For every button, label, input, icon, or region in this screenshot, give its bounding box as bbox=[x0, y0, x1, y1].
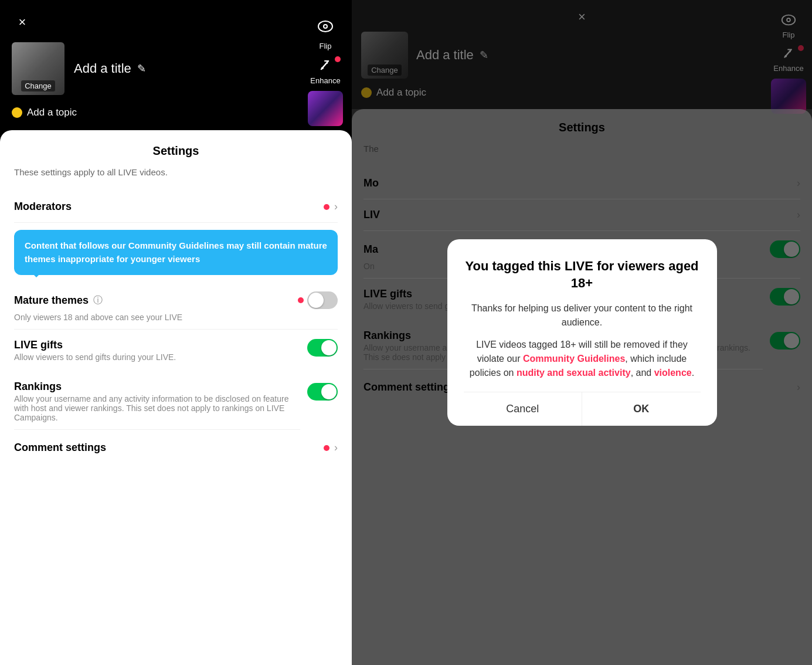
left-side-toolbar: Flip Enhance bbox=[299, 0, 352, 126]
comment-settings-label: Comment settings bbox=[14, 442, 106, 454]
mature-label-group: Mature themes ⓘ bbox=[14, 294, 103, 307]
live-gifts-text-group: LIVE gifts Allow viewers to send gifts d… bbox=[14, 339, 176, 369]
topic-dot-icon bbox=[12, 107, 22, 118]
title-edit-group: Add a title ✎ bbox=[74, 61, 146, 76]
flip-button[interactable]: Flip bbox=[317, 18, 334, 50]
right-panel: × Change Add a title ✎ Add a topic Flip bbox=[352, 0, 812, 665]
live-gifts-label: LIVE gifts bbox=[14, 339, 176, 351]
modal-cancel-button[interactable]: Cancel bbox=[464, 392, 582, 426]
svg-point-2 bbox=[324, 25, 327, 28]
toolbar-thumbnail[interactable] bbox=[308, 91, 343, 126]
mature-themes-toggle[interactable] bbox=[307, 291, 338, 309]
modal-para1: Thanks for helping us deliver your conte… bbox=[464, 301, 701, 330]
moderators-label: Moderators bbox=[14, 201, 72, 213]
modal-overlay: You tagged this LIVE for viewers aged 18… bbox=[352, 0, 812, 665]
rankings-row: Rankings Allow your username and any act… bbox=[14, 371, 338, 432]
left-thumbnail[interactable]: Change bbox=[12, 42, 64, 95]
mature-sub-description: Only viewers 18 and above can see your L… bbox=[14, 313, 338, 330]
live-title-text[interactable]: Add a title bbox=[74, 61, 131, 76]
comment-red-dot bbox=[324, 445, 329, 451]
age-warning-modal: You tagged this LIVE for viewers aged 18… bbox=[447, 239, 717, 425]
flip-icon bbox=[317, 18, 334, 39]
rankings-knob bbox=[321, 384, 337, 399]
modal-para2: LIVE videos tagged 18+ will still be rem… bbox=[464, 338, 701, 380]
settings-title: Settings bbox=[14, 144, 338, 158]
live-gifts-row: LIVE gifts Allow viewers to send gifts d… bbox=[14, 330, 338, 371]
comment-settings-right: › bbox=[324, 442, 338, 454]
rankings-toggle[interactable] bbox=[307, 383, 338, 401]
enhance-red-dot bbox=[335, 56, 341, 62]
edit-title-icon[interactable]: ✎ bbox=[137, 62, 146, 75]
live-gifts-knob bbox=[321, 340, 337, 355]
live-gifts-desc: Allow viewers to send gifts during your … bbox=[14, 352, 176, 369]
settings-panel: Settings These settings apply to all LIV… bbox=[0, 130, 352, 665]
flip-label: Flip bbox=[320, 42, 332, 50]
moderators-red-dot bbox=[324, 204, 329, 210]
modal-actions: Cancel OK bbox=[464, 392, 701, 426]
comment-chevron: › bbox=[334, 442, 338, 454]
modal-body: Thanks for helping us deliver your conte… bbox=[464, 301, 701, 380]
mature-info-icon[interactable]: ⓘ bbox=[93, 294, 103, 307]
toggle-knob bbox=[308, 293, 324, 308]
rankings-label: Rankings bbox=[14, 381, 300, 393]
svg-point-3 bbox=[321, 67, 324, 69]
moderators-chevron: › bbox=[334, 201, 338, 213]
enhance-button[interactable]: Enhance bbox=[310, 56, 340, 85]
modal-ok-button[interactable]: OK bbox=[582, 392, 701, 426]
mature-toggle-group bbox=[298, 291, 338, 309]
violence-link[interactable]: violence bbox=[654, 368, 692, 378]
left-close-button[interactable]: × bbox=[12, 12, 33, 33]
rankings-text-group: Rankings Allow your username and any act… bbox=[14, 381, 300, 430]
modal-para2-end: , and bbox=[631, 368, 654, 378]
enhance-icon bbox=[317, 56, 334, 74]
tooltip-bubble: Content that follows our Community Guide… bbox=[14, 230, 338, 275]
live-gifts-toggle[interactable] bbox=[307, 339, 338, 357]
topic-row[interactable]: Add a topic bbox=[12, 107, 340, 118]
moderators-row[interactable]: Moderators › bbox=[14, 191, 338, 223]
nudity-link[interactable]: nudity and sexual activity bbox=[517, 368, 631, 378]
modal-title: You tagged this LIVE for viewers aged 18… bbox=[464, 258, 701, 291]
mature-themes-label: Mature themes bbox=[14, 294, 89, 307]
mature-themes-row: Mature themes ⓘ bbox=[14, 282, 338, 313]
mature-red-dot bbox=[298, 297, 304, 303]
live-title-row: Change Add a title ✎ bbox=[12, 42, 340, 95]
settings-description: These settings apply to all LIVE videos. bbox=[14, 167, 338, 177]
left-panel: × Change Add a title ✎ Add a topic bbox=[0, 0, 352, 665]
enhance-label: Enhance bbox=[310, 76, 340, 85]
comment-settings-row[interactable]: Comment settings › bbox=[14, 432, 338, 463]
tooltip-text: Content that follows our Community Guide… bbox=[25, 240, 327, 264]
topic-label: Add a topic bbox=[27, 107, 77, 118]
moderators-right: › bbox=[324, 201, 338, 213]
modal-para2-dot: . bbox=[692, 368, 694, 378]
community-guidelines-link[interactable]: Community Guidelines bbox=[523, 354, 625, 364]
change-label: Change bbox=[21, 80, 55, 91]
rankings-desc: Allow your username and any activity inf… bbox=[14, 394, 300, 430]
